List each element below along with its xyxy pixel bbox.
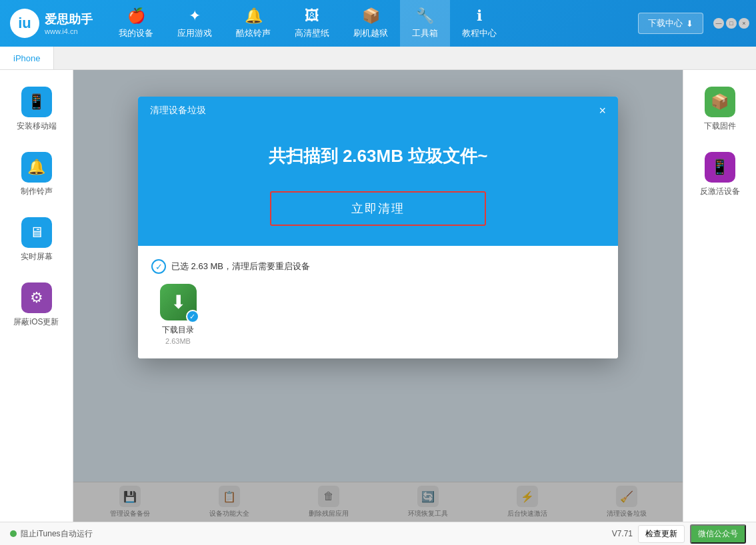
status-right: V7.71 检查更新 微信公众号 bbox=[612, 524, 746, 544]
logo-area: iu 爱思助手 www.i4.cn bbox=[0, 9, 107, 38]
ios-update-icon: ⚙ bbox=[21, 282, 52, 313]
modal-bottom-section: ✓ 已选 2.63 MB，清理后需要重启设备 ⬇ ✓ 下载目录 2.63MB bbox=[138, 246, 618, 358]
modal-scan-result-area: 共扫描到 2.63MB 垃圾文件~ bbox=[138, 125, 618, 191]
install-app-label: 安装移动端 bbox=[17, 121, 57, 132]
tab-iphone-label: iPhone bbox=[13, 53, 40, 63]
selected-info-row: ✓ 已选 2.63 MB，清理后需要重启设备 bbox=[151, 259, 605, 274]
status-dot-icon bbox=[10, 530, 17, 537]
sidebar-screen[interactable]: 🖥 实时屏幕 bbox=[0, 211, 73, 269]
nav-app-games-label: 应用游戏 bbox=[177, 27, 212, 39]
download-center-label: 下载中心 bbox=[648, 17, 683, 29]
tab-bar: iPhone bbox=[0, 47, 756, 70]
nav-right: 下载中心 ⬇ — □ × bbox=[638, 13, 756, 34]
nav-wallpaper[interactable]: 🖼 高清壁纸 bbox=[283, 0, 341, 47]
app-url: www.i4.cn bbox=[45, 27, 93, 35]
content-area: 💾 管理设备备份 📋 设备功能大全 🗑 删除残留应用 🔄 环境恢复工具 ⚡ 后台… bbox=[73, 70, 683, 522]
tab-iphone[interactable]: iPhone bbox=[0, 47, 54, 69]
app-games-icon: ✦ bbox=[189, 7, 201, 25]
nav-my-device-label: 我的设备 bbox=[119, 27, 153, 39]
download-firmware-label: 下载固件 bbox=[704, 121, 736, 132]
version-label: V7.71 bbox=[612, 529, 633, 538]
ios-update-label: 屏蔽iOS更新 bbox=[13, 316, 59, 328]
wechat-label: 微信公众号 bbox=[698, 529, 738, 538]
logo-char: iu bbox=[18, 15, 31, 32]
sidebar-install-app[interactable]: 📱 安装移动端 bbox=[0, 80, 73, 139]
nav-ringtones-label: 酷炫铃声 bbox=[236, 27, 271, 39]
sidebar-ringtone[interactable]: 🔔 制作铃声 bbox=[0, 145, 73, 204]
main-area: 📱 安装移动端 🔔 制作铃声 🖥 实时屏幕 ⚙ 屏蔽iOS更新 💾 管理设备备份… bbox=[0, 70, 756, 522]
check-update-label: 检查更新 bbox=[645, 529, 677, 538]
file-item-download: ⬇ ✓ 下载目录 2.63MB bbox=[155, 284, 201, 345]
clean-junk-modal: 清理设备垃圾 × 共扫描到 2.63MB 垃圾文件~ 立即清理 ✓ bbox=[138, 97, 618, 358]
file-icon-arrow: ⬇ bbox=[171, 291, 186, 313]
nav-items: 🍎 我的设备 ✦ 应用游戏 🔔 酷炫铃声 🖼 高清壁纸 📦 刷机越狱 🔧 工具箱… bbox=[107, 0, 638, 47]
modal-close-button[interactable]: × bbox=[599, 105, 606, 117]
ringtone-icon: 🔔 bbox=[21, 152, 52, 183]
download-icon: ⬇ bbox=[686, 19, 693, 29]
logo-text: 爱思助手 www.i4.cn bbox=[45, 11, 93, 35]
wechat-button[interactable]: 微信公众号 bbox=[690, 524, 746, 544]
maximize-button[interactable]: □ bbox=[726, 18, 737, 29]
wallpaper-icon: 🖼 bbox=[305, 7, 319, 25]
nav-jailbreak[interactable]: 📦 刷机越狱 bbox=[341, 0, 400, 47]
nav-my-device[interactable]: 🍎 我的设备 bbox=[107, 0, 165, 47]
sidebar-download-firmware[interactable]: 📦 下载固件 bbox=[683, 80, 756, 139]
nav-toolbox[interactable]: 🔧 工具箱 bbox=[400, 0, 450, 47]
top-nav-bar: iu 爱思助手 www.i4.cn 🍎 我的设备 ✦ 应用游戏 🔔 酷炫铃声 🖼… bbox=[0, 0, 756, 47]
nav-wallpaper-label: 高清壁纸 bbox=[295, 27, 329, 39]
sidebar-ios-update[interactable]: ⚙ 屏蔽iOS更新 bbox=[0, 276, 73, 334]
left-sidebar: 📱 安装移动端 🔔 制作铃声 🖥 实时屏幕 ⚙ 屏蔽iOS更新 bbox=[0, 70, 73, 522]
check-update-button[interactable]: 检查更新 bbox=[638, 525, 685, 543]
jailbreak-icon: 📦 bbox=[362, 7, 380, 25]
minimize-button[interactable]: — bbox=[713, 18, 724, 29]
nav-tutorial-label: 教程中心 bbox=[462, 27, 497, 39]
clean-now-label: 立即清理 bbox=[351, 202, 405, 215]
screen-label: 实时屏幕 bbox=[21, 251, 53, 263]
file-size-label: 2.63MB bbox=[165, 337, 191, 345]
deactivate-icon: 📱 bbox=[705, 152, 735, 183]
nav-jailbreak-label: 刷机越狱 bbox=[353, 27, 388, 39]
check-circle-icon: ✓ bbox=[151, 259, 166, 274]
app-name: 爱思助手 bbox=[45, 11, 93, 27]
modal-header: 清理设备垃圾 × bbox=[138, 97, 618, 125]
file-items-area: ⬇ ✓ 下载目录 2.63MB bbox=[151, 284, 605, 345]
selected-info-text: 已选 2.63 MB，清理后需要重启设备 bbox=[171, 261, 310, 272]
window-controls: — □ × bbox=[713, 18, 749, 29]
nav-tutorial[interactable]: ℹ 教程中心 bbox=[450, 0, 509, 47]
download-center-button[interactable]: 下载中心 ⬇ bbox=[638, 13, 703, 34]
nav-app-games[interactable]: ✦ 应用游戏 bbox=[165, 0, 224, 47]
toolbox-icon: 🔧 bbox=[416, 7, 434, 25]
logo-icon: iu bbox=[10, 9, 39, 38]
file-icon-download: ⬇ ✓ bbox=[160, 284, 197, 320]
modal-overlay: 清理设备垃圾 × 共扫描到 2.63MB 垃圾文件~ 立即清理 ✓ bbox=[73, 70, 683, 522]
status-bar: 阻止iTunes自动运行 V7.71 检查更新 微信公众号 bbox=[0, 522, 756, 545]
nav-toolbox-label: 工具箱 bbox=[412, 27, 438, 39]
ringtones-icon: 🔔 bbox=[245, 7, 263, 25]
my-device-icon: 🍎 bbox=[127, 7, 145, 25]
screen-icon: 🖥 bbox=[21, 217, 52, 248]
download-firmware-icon: 📦 bbox=[705, 87, 735, 117]
deactivate-label: 反激活设备 bbox=[700, 186, 740, 197]
modal-action-area: 立即清理 bbox=[138, 191, 618, 246]
right-sidebar: 📦 下载固件 📱 反激活设备 bbox=[683, 70, 756, 522]
itunes-label: 阻止iTunes自动运行 bbox=[21, 528, 93, 540]
tutorial-icon: ℹ bbox=[477, 7, 482, 25]
close-window-button[interactable]: × bbox=[739, 18, 749, 29]
modal-title: 清理设备垃圾 bbox=[150, 105, 206, 117]
nav-ringtones[interactable]: 🔔 酷炫铃声 bbox=[224, 0, 283, 47]
modal-scan-text: 共扫描到 2.63MB 垃圾文件~ bbox=[151, 145, 605, 168]
sidebar-deactivate[interactable]: 📱 反激活设备 bbox=[683, 145, 756, 204]
status-left: 阻止iTunes自动运行 bbox=[10, 528, 93, 540]
file-name-label: 下载目录 bbox=[162, 324, 194, 336]
install-app-icon: 📱 bbox=[21, 87, 52, 117]
file-check-icon: ✓ bbox=[186, 310, 199, 323]
ringtone-label: 制作铃声 bbox=[21, 186, 53, 197]
clean-now-button[interactable]: 立即清理 bbox=[270, 191, 486, 226]
